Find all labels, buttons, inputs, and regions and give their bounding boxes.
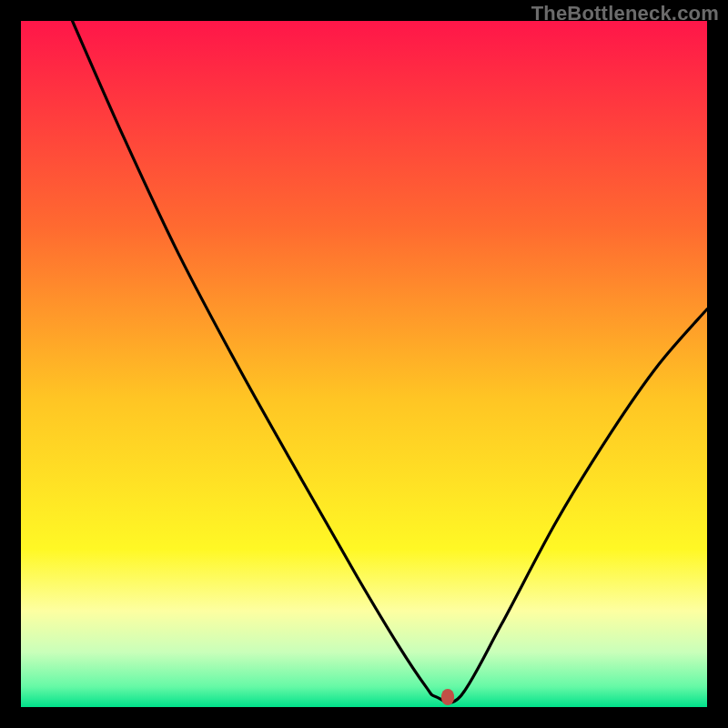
curve-path bbox=[73, 21, 707, 703]
optimal-point-marker bbox=[441, 689, 454, 705]
watermark-text: TheBottleneck.com bbox=[531, 2, 719, 25]
bottleneck-curve bbox=[21, 21, 707, 707]
plot-area bbox=[21, 21, 707, 707]
chart-stage: TheBottleneck.com bbox=[0, 0, 728, 728]
